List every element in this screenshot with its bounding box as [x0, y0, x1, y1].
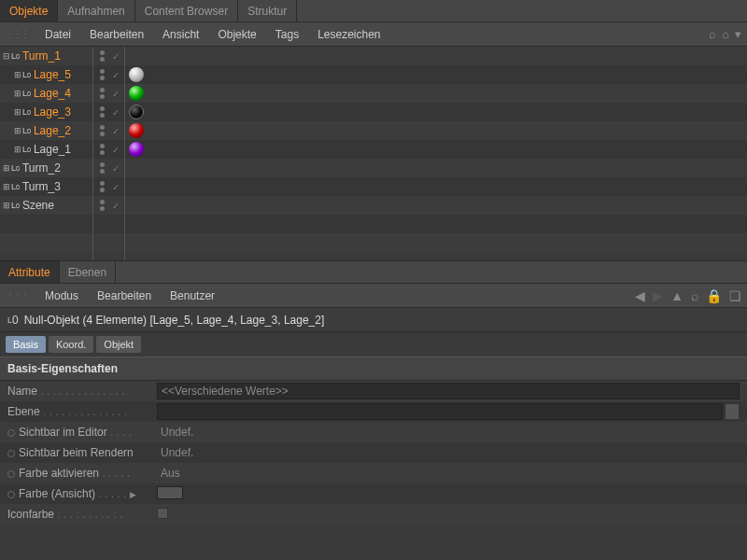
tags-cell[interactable] [125, 159, 747, 177]
subtab-objekt[interactable]: Objekt [96, 336, 141, 353]
menu-tags[interactable]: Tags [266, 24, 308, 45]
visibility-cell[interactable] [93, 233, 124, 252]
tree-row[interactable]: ⊞L0Turm_3 [0, 177, 92, 196]
anim-dot-icon[interactable] [7, 491, 15, 498]
expander-icon[interactable]: ⊞ [2, 201, 11, 210]
tags-cell[interactable] [125, 196, 747, 215]
object-name[interactable]: Lage_4 [34, 87, 71, 100]
expander-icon[interactable]: ⊞ [2, 163, 11, 173]
object-name[interactable]: Turm_1 [22, 49, 61, 63]
menu-lesezeichen[interactable]: Lesezeichen [308, 24, 389, 45]
tree-row[interactable]: ⊞L0Lage_4 [0, 84, 92, 103]
search-icon[interactable]: ⌕ [691, 288, 698, 303]
subtab-basis[interactable]: Basis [6, 336, 46, 353]
material-tag-icon[interactable] [129, 67, 144, 82]
tab-ebenen[interactable]: Ebenen [60, 261, 116, 283]
nav-up-icon[interactable]: ▲ [670, 288, 684, 303]
nav-fwd-icon[interactable]: ▶ [653, 288, 663, 303]
menu-objekte[interactable]: Objekte [208, 24, 265, 45]
visibility-cell[interactable]: ✓ [93, 121, 124, 140]
attr-menu-modus[interactable]: Modus [35, 286, 88, 306]
object-name[interactable]: Lage_1 [34, 143, 71, 156]
input-ebene[interactable] [157, 403, 723, 420]
value-visible-render[interactable]: Undef. [157, 446, 193, 459]
tags-cell[interactable] [125, 47, 747, 65]
tab-aufnahmen[interactable]: Aufnahmen [58, 0, 134, 21]
tags-cell[interactable] [125, 65, 747, 84]
tab-objekte[interactable]: Objekte [0, 0, 58, 21]
visibility-cell[interactable] [93, 215, 124, 233]
new-icon[interactable]: ❏ [729, 288, 741, 303]
object-name[interactable]: Turm_2 [22, 161, 61, 175]
expander-icon[interactable]: ⊞ [2, 182, 11, 191]
tags-cell[interactable] [125, 121, 747, 140]
tree-row[interactable] [0, 233, 92, 252]
menu-datei[interactable]: Datei [35, 24, 80, 45]
visibility-cell[interactable]: ✓ [93, 84, 124, 103]
visibility-cell[interactable]: ✓ [93, 65, 124, 84]
tags-cell[interactable] [125, 215, 747, 233]
expander-icon[interactable]: ⊟ [2, 51, 11, 61]
null-object-icon: L0 [11, 51, 20, 61]
tree-row[interactable]: ⊞L0Lage_1 [0, 140, 92, 159]
search-icon[interactable]: ⌕ [709, 27, 716, 41]
visibility-cell[interactable]: ✓ [93, 177, 124, 196]
subtab-koord[interactable]: Koord. [49, 336, 93, 353]
tab-attribute[interactable]: Attribute [0, 261, 60, 283]
tree-row[interactable]: ⊞L0Lage_5 [0, 65, 92, 84]
tab-struktur[interactable]: Struktur [238, 0, 297, 21]
object-name[interactable]: Szene [22, 199, 54, 212]
expander-icon[interactable]: ⊞ [13, 70, 22, 79]
checkbox-iconcolor[interactable] [157, 508, 168, 519]
value-visible-editor[interactable]: Undef. [157, 426, 193, 439]
color-swatch[interactable] [157, 486, 183, 499]
material-tag-icon[interactable] [129, 123, 144, 138]
expander-icon[interactable]: ⊞ [13, 145, 22, 154]
visibility-cell[interactable]: ✓ [93, 47, 124, 65]
tree-row[interactable]: ⊞L0Szene [0, 196, 92, 215]
tags-cell[interactable] [125, 233, 747, 252]
visibility-cell[interactable]: ✓ [93, 140, 124, 159]
expander-icon[interactable]: ⊞ [13, 107, 22, 117]
tree-row[interactable]: ⊞L0Lage_3 [0, 103, 92, 121]
input-name[interactable] [157, 383, 740, 399]
expand-arrow-icon[interactable]: ▶ [130, 490, 137, 499]
object-name[interactable]: Lage_5 [34, 68, 71, 81]
expander-icon[interactable]: ⊞ [13, 89, 22, 98]
object-name[interactable]: Lage_3 [34, 105, 71, 119]
object-name[interactable]: Lage_2 [34, 124, 71, 137]
home-icon[interactable]: ⌂ [722, 27, 729, 41]
menu-bearbeiten[interactable]: Bearbeiten [80, 24, 153, 45]
lock-icon[interactable]: 🔒 [706, 288, 722, 303]
material-tag-icon[interactable] [129, 142, 144, 157]
value-color-enable[interactable]: Aus [157, 467, 180, 480]
visibility-cell[interactable]: ✓ [93, 159, 124, 177]
tree-row[interactable]: ⊞L0Lage_2 [0, 121, 92, 140]
attr-menu-benutzer[interactable]: Benutzer [161, 286, 224, 306]
anim-dot-icon[interactable] [7, 429, 15, 437]
ebene-picker-button[interactable] [725, 403, 740, 420]
tags-cell[interactable] [125, 103, 747, 121]
menu-dropdown-icon[interactable]: ▾ [735, 27, 741, 41]
tree-row[interactable] [0, 215, 92, 233]
anim-dot-icon[interactable] [7, 450, 15, 457]
material-tag-icon[interactable] [129, 86, 144, 101]
visibility-cell[interactable]: ✓ [93, 196, 124, 215]
section-header: Basis-Eigenschaften [0, 357, 747, 381]
tree-row[interactable]: ⊞L0Turm_2 [0, 159, 92, 177]
material-tag-icon[interactable] [129, 105, 144, 119]
tags-cell[interactable] [125, 177, 747, 196]
tab-content-browser[interactable]: Content Browser [135, 0, 238, 21]
tags-cell[interactable] [125, 84, 747, 103]
tags-cell[interactable] [125, 140, 747, 159]
nav-back-icon[interactable]: ◀ [635, 288, 645, 303]
attribute-tabs: Attribute Ebenen [0, 261, 747, 284]
expander-icon[interactable]: ⊞ [13, 126, 22, 135]
null-object-icon: L0 [22, 70, 31, 79]
anim-dot-icon[interactable] [7, 470, 15, 478]
object-name[interactable]: Turm_3 [22, 180, 61, 193]
menu-ansicht[interactable]: Ansicht [153, 24, 208, 45]
visibility-cell[interactable]: ✓ [93, 103, 124, 121]
attr-menu-bearbeiten[interactable]: Bearbeiten [88, 286, 161, 306]
tree-row[interactable]: ⊟L0Turm_1 [0, 47, 92, 65]
